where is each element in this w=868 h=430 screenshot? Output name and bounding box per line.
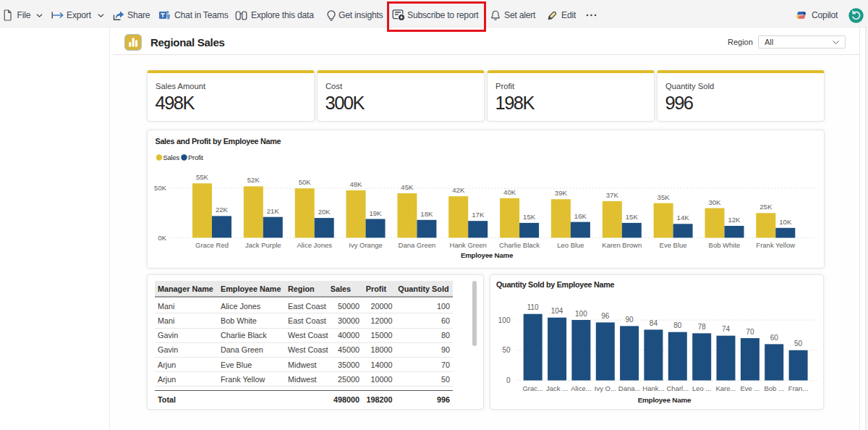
svg-text:Ivy O...: Ivy O... [595,384,616,392]
svg-text:Leo Blue: Leo Blue [557,241,584,249]
svg-text:Quantity Sold by Employee Name: Quantity Sold by Employee Name [496,280,614,289]
svg-text:Alice...: Alice... [571,384,592,392]
svg-text:48K: 48K [349,180,362,188]
svg-text:110: 110 [527,303,539,311]
svg-text:Profit: Profit [188,153,203,161]
svg-text:Bob White: Bob White [709,241,741,249]
svg-text:Alice Jones: Alice Jones [297,241,332,249]
svg-text:22K: 22K [216,206,229,214]
svg-text:10K: 10K [779,218,792,226]
svg-text:90: 90 [626,316,634,324]
svg-text:39K: 39K [555,189,568,197]
svg-text:Sales: Sales [163,153,180,161]
svg-text:Fran...: Fran... [788,384,808,392]
svg-text:Employee Name: Employee Name [638,396,692,404]
svg-text:21K: 21K [267,207,280,215]
svg-text:19K: 19K [369,209,382,217]
svg-text:Employee Name: Employee Name [461,251,514,259]
svg-text:14K: 14K [677,214,690,222]
svg-text:42K: 42K [452,186,465,194]
svg-text:Grace Red: Grace Red [195,241,229,249]
svg-text:Hank...: Hank... [642,384,664,392]
svg-text:0: 0 [506,376,511,384]
svg-text:Hank Green: Hank Green [450,241,487,249]
svg-text:55K: 55K [196,173,209,181]
svg-text:Charlie Black: Charlie Black [499,241,540,249]
svg-text:50: 50 [794,340,803,347]
svg-text:Frank Yellow: Frank Yellow [756,241,795,249]
svg-text:45K: 45K [401,183,414,191]
svg-text:Eve Blue: Eve Blue [660,241,687,249]
svg-text:Eve ...: Eve ... [740,384,760,392]
svg-text:18K: 18K [420,210,433,218]
svg-text:84: 84 [650,319,658,327]
svg-text:Ivy Orange: Ivy Orange [349,241,382,249]
svg-text:Charl...: Charl... [666,384,689,392]
svg-text:Grac...: Grac... [522,384,543,392]
svg-text:100: 100 [575,310,587,318]
svg-text:15K: 15K [626,213,639,221]
svg-text:Dana...: Dana... [618,384,641,392]
svg-text:12K: 12K [728,216,741,224]
svg-text:Dana Green: Dana Green [399,241,436,249]
svg-text:50: 50 [502,346,511,354]
svg-text:Sales and Profit by Employee N: Sales and Profit by Employee Name [156,137,281,146]
svg-text:35K: 35K [658,193,671,201]
svg-text:50K: 50K [154,184,167,192]
svg-text:20K: 20K [318,208,331,216]
svg-text:80: 80 [673,321,682,329]
svg-text:74: 74 [722,325,731,333]
svg-text:60: 60 [770,334,779,342]
svg-text:16K: 16K [574,212,587,220]
svg-text:96: 96 [601,312,610,320]
svg-text:15K: 15K [523,213,536,221]
svg-text:30K: 30K [708,198,721,206]
svg-text:Bob ...: Bob ... [764,384,783,392]
svg-text:100: 100 [498,316,511,324]
svg-text:104: 104 [551,307,563,315]
svg-text:25K: 25K [760,203,773,211]
svg-text:70: 70 [746,328,754,336]
svg-text:52K: 52K [247,176,260,184]
svg-text:37K: 37K [606,191,619,199]
svg-text:Kare...: Kare... [716,384,736,392]
svg-text:Jack Purple: Jack Purple [245,241,281,249]
svg-text:0K: 0K [158,234,166,242]
svg-text:Leo ...: Leo ... [692,384,711,392]
svg-text:17K: 17K [472,211,485,219]
svg-text:Jack ...: Jack ... [546,384,568,392]
svg-text:78: 78 [698,323,707,331]
svg-text:Karen Brown: Karen Brown [602,241,642,249]
svg-text:50K: 50K [299,178,312,186]
svg-text:40K: 40K [503,188,516,196]
